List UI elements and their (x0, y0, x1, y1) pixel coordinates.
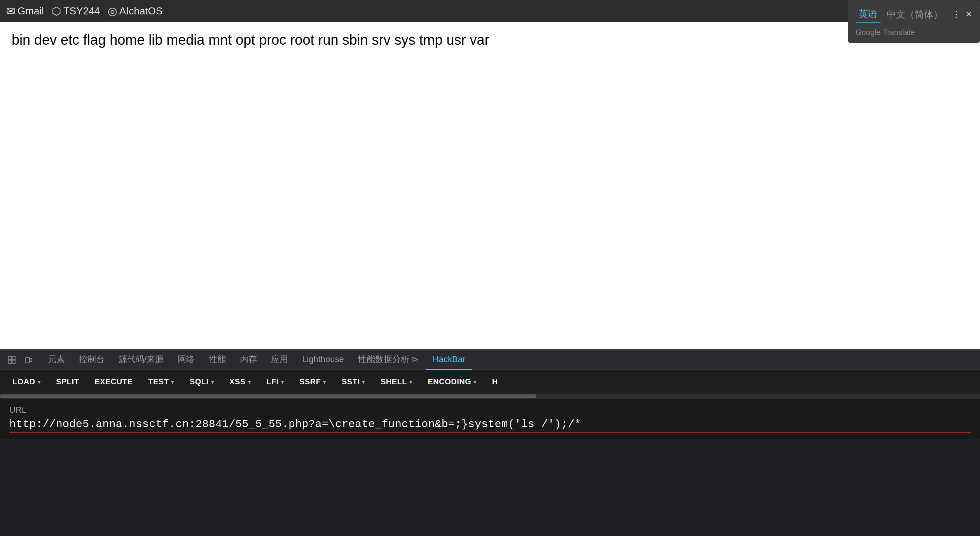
aichat-bookmark[interactable]: ◎ AIchatOS (108, 5, 162, 18)
translate-tab-english[interactable]: 英语 (856, 6, 880, 23)
svg-rect-0 (8, 356, 11, 359)
devtools-panel: 元素 控制台 源代码/来源 网络 性能 内存 应用 Lighthouse 性能数… (0, 349, 980, 536)
hackbar-encoding-button[interactable]: ENCODING ▾ (420, 374, 484, 389)
translate-actions: ⋮ ✕ (952, 9, 972, 19)
aichat-label: AIchatOS (119, 5, 162, 17)
chrome-top-bar: ✉ Gmail ⬡ TSY244 ◎ AIchatOS (0, 0, 980, 22)
tab-console[interactable]: 控制台 (72, 350, 112, 370)
tab-lighthouse[interactable]: Lighthouse (295, 350, 351, 370)
hackbar-toolbar: LOAD ▾ SPLIT EXECUTE TEST ▾ SQLI ▾ XSS ▾… (0, 370, 980, 394)
svg-rect-4 (26, 357, 30, 363)
hackbar-ssrf-button[interactable]: SSRF ▾ (292, 374, 334, 389)
hackbar-h-button[interactable]: H (484, 374, 506, 389)
tab-network[interactable]: 网络 (171, 350, 202, 370)
tsy244-label: TSY244 (63, 5, 100, 17)
hackbar-scrollbar-thumb[interactable] (0, 394, 536, 398)
devtools-device-icon[interactable] (20, 351, 37, 368)
translate-popup: 英语 中文（简体） ⋮ ✕ Google Translate (848, 0, 980, 43)
hackbar-lfi-button[interactable]: LFI ▾ (259, 374, 292, 389)
translate-tab-chinese[interactable]: 中文（简体） (884, 7, 946, 22)
devtools-tabs: 元素 控制台 源代码/来源 网络 性能 内存 应用 Lighthouse 性能数… (0, 350, 980, 370)
tab-performance-insights[interactable]: 性能数据分析 ⊳ (351, 350, 426, 370)
translate-popup-header: 英语 中文（简体） ⋮ ✕ (856, 6, 972, 23)
translate-close-button[interactable]: ✕ (965, 9, 972, 19)
translate-more-button[interactable]: ⋮ (952, 9, 961, 19)
svg-rect-2 (8, 360, 11, 363)
tab-performance[interactable]: 性能 (202, 350, 233, 370)
hackbar-shell-button[interactable]: SHELL ▾ (373, 374, 420, 389)
devtools-tab-separator (39, 354, 39, 365)
tab-memory[interactable]: 内存 (233, 350, 264, 370)
tab-elements[interactable]: 元素 (41, 350, 72, 370)
hackbar-sqli-button[interactable]: SQLI ▾ (182, 374, 222, 389)
hackbar-execute-button[interactable]: EXECUTE (87, 374, 140, 389)
shell-dropdown-arrow: ▾ (409, 379, 412, 385)
svg-rect-3 (12, 360, 15, 363)
xss-dropdown-arrow: ▾ (248, 379, 251, 385)
ssrf-dropdown-arrow: ▾ (323, 379, 326, 385)
hackbar-url-area: URL http://node5.anna.nssctf.cn:28841/55… (0, 399, 980, 439)
github-icon: ⬡ (52, 5, 61, 18)
translate-google-label: Google Translate (856, 28, 972, 37)
main-content: bin dev etc flag home lib media mnt opt … (0, 22, 980, 349)
url-value[interactable]: http://node5.anna.nssctf.cn:28841/55_5_5… (9, 418, 971, 433)
hackbar-test-button[interactable]: TEST ▾ (140, 374, 182, 389)
gmail-icon: ✉ (6, 5, 15, 18)
aichat-icon: ◎ (108, 5, 117, 18)
hackbar-split-button[interactable]: SPLIT (48, 374, 87, 389)
hackbar-xss-button[interactable]: XSS ▾ (222, 374, 259, 389)
tab-sources[interactable]: 源代码/来源 (112, 350, 171, 370)
tsy244-bookmark[interactable]: ⬡ TSY244 (52, 5, 100, 18)
svg-rect-1 (12, 356, 15, 359)
hackbar-load-button[interactable]: LOAD ▾ (5, 374, 48, 389)
test-dropdown-arrow: ▾ (171, 379, 174, 385)
hackbar-ssti-button[interactable]: SSTI ▾ (334, 374, 373, 389)
gmail-label: Gmail (17, 5, 44, 17)
svg-rect-5 (30, 358, 32, 362)
lfi-dropdown-arrow: ▾ (281, 379, 284, 385)
gmail-bookmark[interactable]: ✉ Gmail (6, 5, 44, 18)
ssti-dropdown-arrow: ▾ (362, 379, 365, 385)
tab-application[interactable]: 应用 (264, 350, 295, 370)
load-dropdown-arrow: ▾ (38, 379, 41, 385)
sqli-dropdown-arrow: ▾ (211, 379, 214, 385)
encoding-dropdown-arrow: ▾ (473, 379, 477, 385)
hackbar-scrollbar[interactable] (0, 394, 980, 399)
devtools-inspect-icon[interactable] (3, 351, 20, 368)
url-label: URL (9, 405, 971, 415)
directory-listing: bin dev etc flag home lib media mnt opt … (12, 30, 968, 51)
tab-hackbar[interactable]: HackBar (426, 350, 472, 370)
